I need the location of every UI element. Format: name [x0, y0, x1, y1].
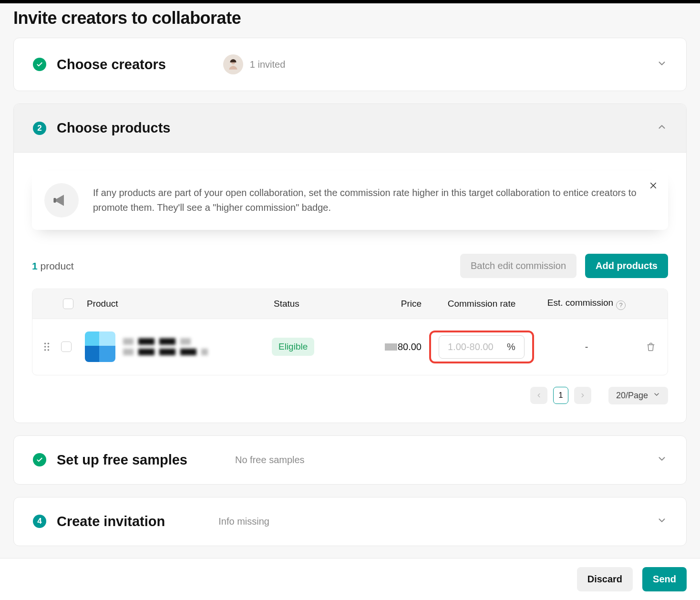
- col-commission-rate: Commission rate: [424, 299, 539, 309]
- select-all-checkbox[interactable]: [63, 299, 73, 309]
- step2-number-badge: 2: [33, 122, 46, 135]
- product-name-redacted: [123, 338, 262, 355]
- chevron-down-icon: [657, 515, 667, 528]
- check-circle-icon: [33, 58, 46, 71]
- product-cell: [85, 331, 272, 362]
- status-badge: Eligible: [272, 338, 314, 356]
- table-header: Product Status Price Commission rate Est…: [32, 289, 668, 319]
- help-icon[interactable]: ?: [616, 300, 626, 310]
- step4-summary: Info missing: [218, 516, 269, 527]
- add-products-button[interactable]: Add products: [585, 254, 668, 278]
- step2-header[interactable]: 2 Choose products: [14, 104, 686, 153]
- step2-title: Choose products: [57, 120, 170, 136]
- step1-title: Choose creators: [57, 57, 166, 72]
- step4-title: Create invitation: [57, 514, 165, 529]
- product-count: 1 product: [32, 260, 74, 272]
- creator-avatar: [223, 54, 243, 74]
- delete-row-button[interactable]: [634, 341, 668, 352]
- discard-button[interactable]: Discard: [577, 567, 633, 591]
- chevron-down-icon: [653, 391, 660, 401]
- step4-header[interactable]: 4 Create invitation Info missing: [14, 497, 686, 546]
- select-all-cell: [61, 299, 85, 309]
- batch-edit-commission-button[interactable]: Batch edit commission: [460, 254, 576, 278]
- commission-rate-field[interactable]: %: [439, 335, 525, 359]
- step-choose-creators: Choose creators 1 invited: [13, 38, 687, 91]
- row-checkbox[interactable]: [61, 341, 72, 352]
- page-title: Invite creators to collaborate: [13, 8, 687, 28]
- svg-point-7: [48, 349, 50, 351]
- page-container: Invite creators to collaborate Choose cr…: [0, 8, 700, 600]
- col-status: Status: [272, 299, 348, 309]
- commission-highlight: %: [429, 331, 534, 363]
- price-cell: 80.00: [348, 341, 424, 352]
- percent-unit: %: [507, 341, 515, 352]
- send-button[interactable]: Send: [642, 567, 687, 591]
- footer-action-bar: Discard Send: [0, 558, 700, 600]
- step-free-samples: Set up free samples No free samples: [13, 435, 687, 485]
- commission-tip-alert: If any products are part of your open co…: [32, 171, 668, 230]
- check-circle-icon: [33, 453, 46, 466]
- page-size-select[interactable]: 20/Page: [608, 387, 668, 404]
- window-top-strip: [0, 0, 700, 3]
- svg-rect-1: [53, 198, 56, 203]
- step2-body: If any products are part of your open co…: [14, 153, 686, 423]
- pagination: 1 20/Page: [32, 375, 668, 404]
- col-product: Product: [85, 299, 272, 309]
- svg-point-5: [48, 346, 50, 348]
- price-redacted-mask: [385, 343, 397, 351]
- price-visible: 80.00: [398, 341, 422, 352]
- step1-summary: 1 invited: [223, 54, 286, 74]
- svg-point-2: [44, 342, 46, 344]
- step1-header[interactable]: Choose creators 1 invited: [14, 38, 686, 91]
- step3-summary: No free samples: [235, 455, 305, 466]
- megaphone-icon: [44, 183, 79, 217]
- close-icon[interactable]: [649, 181, 658, 192]
- products-table: Product Status Price Commission rate Est…: [32, 289, 668, 375]
- table-row: Eligible 80.00 % -: [32, 319, 668, 375]
- products-toolbar: 1 product Batch edit commission Add prod…: [32, 254, 668, 278]
- step-choose-products: 2 Choose products If any products are pa…: [13, 103, 687, 423]
- page-size-label: 20/Page: [616, 391, 648, 401]
- commission-rate-input[interactable]: [448, 341, 500, 352]
- pager-next-button[interactable]: [574, 387, 591, 404]
- product-thumbnail: [85, 331, 115, 362]
- col-est-commission: Est. commission?: [539, 298, 634, 310]
- alert-text: If any products are part of your open co…: [93, 186, 639, 215]
- product-count-number: 1: [32, 260, 38, 271]
- step3-header[interactable]: Set up free samples No free samples: [14, 436, 686, 484]
- chevron-down-icon: [657, 454, 667, 466]
- svg-point-6: [44, 349, 46, 351]
- invited-count-text: 1 invited: [250, 59, 286, 70]
- est-commission-cell: -: [539, 341, 634, 352]
- step4-number-badge: 4: [33, 515, 46, 528]
- chevron-down-icon: [657, 58, 667, 71]
- pager-prev-button[interactable]: [530, 387, 547, 404]
- chevron-up-icon: [657, 122, 667, 134]
- pager-current[interactable]: 1: [553, 387, 568, 404]
- step3-title: Set up free samples: [57, 452, 187, 468]
- product-count-label: product: [38, 260, 74, 271]
- svg-point-3: [48, 342, 50, 344]
- drag-handle-icon[interactable]: [32, 342, 61, 351]
- step-create-invitation: 4 Create invitation Info missing: [13, 497, 687, 546]
- col-price: Price: [348, 299, 424, 309]
- svg-point-4: [44, 346, 46, 348]
